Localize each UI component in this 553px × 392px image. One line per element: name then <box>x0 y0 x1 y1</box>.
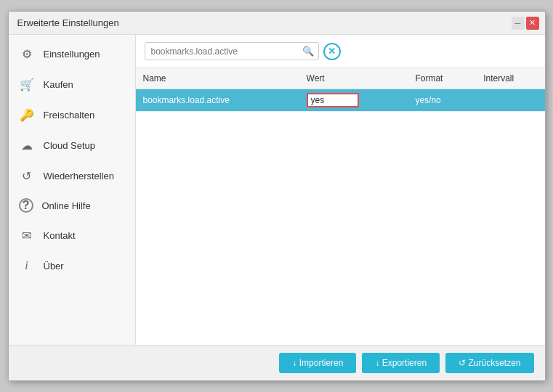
sidebar-label-freischalten: Freischalten <box>44 110 95 121</box>
col-header-wert: Wert <box>299 68 408 89</box>
wert-input-wrapper <box>307 93 359 107</box>
cell-format: yes/no <box>408 89 476 112</box>
minimize-button[interactable]: ─ <box>512 17 525 30</box>
mail-icon: ✉ <box>19 227 35 243</box>
sidebar-item-ueber[interactable]: i Über <box>9 250 135 281</box>
search-bar: 🔍 ✕ <box>136 35 545 68</box>
sidebar-label-einstellungen: Einstellungen <box>44 49 100 60</box>
cell-name: bookmarks.load.active <box>136 89 299 112</box>
table-header-row: Name Wert Format Intervall <box>136 68 545 89</box>
sidebar-label-wiederherstellen: Wiederherstellen <box>44 171 115 181</box>
sidebar-item-freischalten[interactable]: 🔑 Freischalten <box>9 99 135 130</box>
sidebar-item-einstellungen[interactable]: ⚙ Einstellungen <box>9 38 135 69</box>
sidebar-item-cloud-setup[interactable]: ☁ Cloud Setup <box>9 130 135 160</box>
sidebar-item-kaufen[interactable]: 🛒 Kaufen <box>9 69 135 99</box>
wert-input[interactable] <box>311 95 355 105</box>
clear-button[interactable]: ✕ <box>323 43 341 60</box>
cart-icon: 🛒 <box>19 76 35 92</box>
sidebar-item-online-hilfe[interactable]: ? Online Hilfe <box>9 191 135 220</box>
sidebar-label-ueber: Über <box>44 261 64 271</box>
sidebar: ⚙ Einstellungen 🛒 Kaufen 🔑 Freischalten … <box>9 35 136 345</box>
key-icon: 🔑 <box>19 107 35 123</box>
table-row[interactable]: bookmarks.load.activeyes/no <box>136 89 545 112</box>
col-header-intervall: Intervall <box>476 68 544 89</box>
titlebar: Erweiterte Einstellungen ─ ✕ <box>9 12 545 35</box>
cell-wert <box>299 89 408 112</box>
search-button[interactable]: 🔍 <box>298 43 318 60</box>
sidebar-label-kontakt: Kontakt <box>44 230 76 241</box>
export-button[interactable]: ↓ Exportieren <box>362 353 440 373</box>
help-icon: ? <box>19 198 33 213</box>
window-title: Erweiterte Einstellungen <box>17 17 119 28</box>
search-input-wrap: 🔍 <box>145 42 319 60</box>
window-controls: ─ ✕ <box>512 17 539 30</box>
table-area: Name Wert Format Intervall bookmarks.loa… <box>136 68 545 345</box>
sidebar-label-online-hilfe: Online Hilfe <box>42 200 91 211</box>
settings-table: Name Wert Format Intervall bookmarks.loa… <box>136 68 545 112</box>
sidebar-label-kaufen: Kaufen <box>44 79 73 90</box>
cell-intervall <box>476 89 544 112</box>
restore-icon: ↺ <box>19 168 35 184</box>
sidebar-item-kontakt[interactable]: ✉ Kontakt <box>9 220 135 250</box>
import-button[interactable]: ↓ Importieren <box>279 353 356 373</box>
col-header-name: Name <box>136 68 299 89</box>
main-window: Erweiterte Einstellungen ─ ✕ ⚙ Einstellu… <box>8 11 546 381</box>
settings-icon: ⚙ <box>19 46 35 62</box>
cloud-icon: ☁ <box>19 137 35 153</box>
col-header-format: Format <box>408 68 476 89</box>
main-panel: 🔍 ✕ Name Wert Format Intervall <box>136 35 545 345</box>
reset-button[interactable]: ↺ Zurücksetzen <box>445 353 533 373</box>
search-input[interactable] <box>145 44 298 60</box>
sidebar-label-cloud-setup: Cloud Setup <box>44 140 96 151</box>
info-icon: i <box>19 258 35 274</box>
content-area: ⚙ Einstellungen 🛒 Kaufen 🔑 Freischalten … <box>9 35 545 345</box>
close-button[interactable]: ✕ <box>526 17 539 30</box>
footer: ↓ Importieren ↓ Exportieren ↺ Zurücksetz… <box>9 345 545 380</box>
sidebar-item-wiederherstellen[interactable]: ↺ Wiederherstellen <box>9 160 135 191</box>
